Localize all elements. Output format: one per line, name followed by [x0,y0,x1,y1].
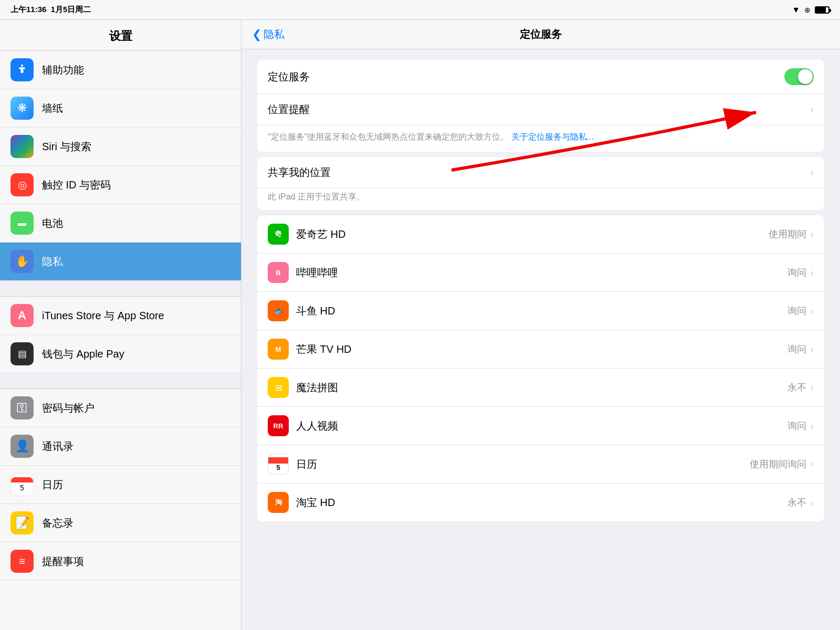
signal-icon: ⊕ [804,6,811,14]
app-row-bilibili[interactable]: B 哔哩哔哩 询问 › [257,254,824,292]
puzzle-status: 永不 [788,381,806,394]
status-icons: ▼ ⊕ [792,5,830,15]
sidebar-item-wallpaper[interactable]: ❋ 墙纸 [0,89,241,128]
mango-label: 芒果 TV HD [296,342,352,356]
itunes-label: iTunes Store 与 App Store [42,309,164,323]
mango-chevron: › [811,344,814,355]
sidebar-item-contacts[interactable]: 👤 通讯录 [0,427,241,466]
app-row-renren[interactable]: RR 人人视频 询问 › [257,407,824,445]
wallpaper-icon: ❋ [10,97,34,120]
app-row-calendar-left: 5 日历 [268,454,750,475]
douyu-icon: 🐟 [268,300,289,321]
calendar-label: 日历 [42,478,63,492]
bilibili-right: 询问 › [788,266,814,279]
svg-point-0 [21,65,23,67]
mango-right: 询问 › [788,343,814,355]
puzzle-label: 魔法拼图 [296,381,338,395]
puzzle-icon: ⊞ [268,377,289,398]
location-description-link[interactable]: 关于定位服务与隐私... [511,132,594,141]
app-row-mango-left: M 芒果 TV HD [268,339,788,360]
wallet-label: 钱包与 Apple Pay [42,347,124,361]
douyu-right: 询问 › [788,304,814,317]
notes-label: 备忘录 [42,516,74,530]
share-description: 此 iPad 正用于位置共享。 [257,188,824,210]
sidebar-item-accessibility[interactable]: 辅助功能 [0,51,241,89]
calendar-app-icon: 5 [268,454,289,475]
sidebar-divider-1 [0,281,241,297]
accessibility-icon [10,58,34,81]
calendar-chevron: › [811,459,814,470]
back-button[interactable]: ❮ 隐私 [252,27,285,41]
renren-icon: RR [268,415,289,436]
renren-status: 询问 [788,419,806,432]
taobao-label: 淘宝 HD [296,496,335,510]
puzzle-chevron: › [811,382,814,393]
password-label: 密码与帐户 [42,401,94,415]
taobao-icon: 淘 [268,492,289,513]
reminders-label: 提醒事项 [42,554,84,569]
reminders-icon: ≡ [10,550,34,573]
location-service-row[interactable]: 定位服务 [257,60,824,94]
app-row-mango[interactable]: M 芒果 TV HD 询问 › [257,330,824,369]
location-reminder-label: 位置提醒 [268,102,310,117]
location-service-label: 定位服务 [268,70,310,84]
sidebar-item-password[interactable]: ⚿ 密码与帐户 [0,389,241,427]
password-icon: ⚿ [10,396,34,419]
battery-icon-sidebar: ▬ [10,212,34,235]
sidebar-divider-2 [0,373,241,389]
douyu-label: 斗鱼 HD [296,304,335,318]
calendar-status: 使用期间询问 [750,458,806,470]
sidebar-item-reminders[interactable]: ≡ 提醒事项 [0,542,241,581]
back-label: 隐私 [264,27,285,41]
bilibili-icon: B [268,262,289,283]
app-row-calendar[interactable]: 5 日历 使用期间询问 › [257,445,824,484]
sidebar: 设置 辅助功能 ❋ 墙纸 Siri 与搜索 ◎ 触控 ID 与密码 ▬ 电池 [0,20,242,630]
iqiyi-icon: 奇 [268,224,289,245]
notes-icon: 📝 [10,511,34,534]
battery-label: 电池 [42,216,63,230]
calendar-icon-sidebar: 5 [10,473,34,496]
renren-right: 询问 › [788,419,814,432]
privacy-icon: ✋ [10,250,34,273]
renren-label: 人人视频 [296,419,338,433]
location-description: "定位服务"使用蓝牙和众包无域网热点位置来确定您的大致方位。 关于定位服务与隐私… [257,125,824,152]
sidebar-item-privacy[interactable]: ✋ 隐私 [0,243,241,281]
sidebar-item-touchid[interactable]: ◎ 触控 ID 与密码 [0,166,241,204]
sidebar-item-calendar[interactable]: 5 日历 [0,466,241,504]
itunes-icon: A [10,304,34,327]
sidebar-item-battery[interactable]: ▬ 电池 [0,204,241,243]
app-row-douyu[interactable]: 🐟 斗鱼 HD 询问 › [257,292,824,330]
calendar-app-label: 日历 [296,457,317,471]
app-row-renren-left: RR 人人视频 [268,415,788,436]
sidebar-item-notes[interactable]: 📝 备忘录 [0,504,241,542]
app-row-taobao-left: 淘 淘宝 HD [268,492,788,513]
sidebar-item-itunes[interactable]: A iTunes Store 与 App Store [0,297,241,335]
taobao-chevron: › [811,497,814,508]
share-location-left: 共享我的位置 [268,165,811,180]
location-reminder-row[interactable]: 位置提醒 › [257,94,824,125]
back-chevron-icon: ❮ [252,28,261,41]
location-toggle[interactable] [784,68,814,85]
toggle-thumb [798,69,813,84]
app-rows-group: 奇 爱奇艺 HD 使用期间 › B [257,215,824,521]
bilibili-chevron: › [811,267,814,278]
location-service-left: 定位服务 [268,70,784,84]
share-location-right: › [811,167,814,178]
share-location-group: 共享我的位置 › 此 iPad 正用于位置共享。 [257,157,824,210]
sidebar-item-wallet[interactable]: ▤ 钱包与 Apple Pay [0,335,241,373]
app-row-puzzle[interactable]: ⊞ 魔法拼图 永不 › [257,369,824,407]
share-location-row[interactable]: 共享我的位置 › [257,157,824,188]
bilibili-status: 询问 [788,266,806,279]
battery-icon [815,6,830,14]
app-row-iqiyi[interactable]: 奇 爱奇艺 HD 使用期间 › [257,215,824,254]
sidebar-item-siri[interactable]: Siri 与搜索 [0,128,241,166]
douyu-chevron: › [811,306,814,317]
location-reminder-left: 位置提醒 [268,102,811,117]
privacy-label: 隐私 [42,255,63,269]
wallpaper-label: 墙纸 [42,101,63,116]
douyu-status: 询问 [788,304,806,317]
app-row-taobao[interactable]: 淘 淘宝 HD 永不 › [257,484,824,521]
app-row-iqiyi-left: 奇 爱奇艺 HD [268,224,769,245]
bilibili-label: 哔哩哔哩 [296,266,338,280]
touchid-icon: ◎ [10,173,34,196]
